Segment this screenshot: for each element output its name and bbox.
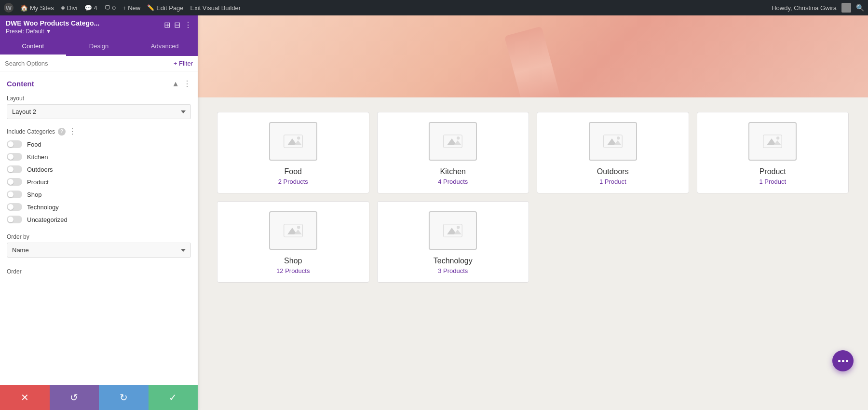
uncategorized-label: Uncategorized [27, 216, 68, 223]
hero-image [504, 26, 562, 97]
category-card-kitchen[interactable]: Kitchen 4 Products [377, 112, 529, 193]
fab-dot-1 [838, 360, 841, 362]
edit-page-button[interactable]: ✏️ Edit Page [147, 4, 183, 12]
redo-icon: ↻ [120, 392, 128, 403]
category-item-technology[interactable]: Technology [0, 201, 198, 213]
category-item-kitchen[interactable]: Kitchen [0, 150, 198, 163]
save-button[interactable]: ✓ [149, 385, 198, 410]
svg-point-7 [457, 137, 460, 139]
content-section-header: Content ▲ ⋮ [0, 71, 198, 92]
category-card-shop[interactable]: Shop 12 Products [217, 201, 369, 283]
tab-content[interactable]: Content [0, 38, 66, 56]
panel-search-row: + Filter [0, 56, 198, 71]
order-label: Order [7, 268, 191, 275]
redo-button[interactable]: ↻ [99, 385, 149, 410]
panel-preset[interactable]: Preset: Default ▼ [6, 28, 99, 35]
filter-button[interactable]: + Filter [174, 60, 193, 67]
section-header-icons: ▲ ⋮ [172, 79, 191, 88]
category-item-shop[interactable]: Shop [0, 188, 198, 201]
fab-dot-2 [842, 360, 844, 362]
panel-content: Content ▲ ⋮ Layout Layout 2 Layout 1 Lay… [0, 71, 198, 410]
outdoors-image-placeholder [589, 122, 637, 161]
help-icon[interactable]: ? [58, 128, 66, 136]
undo-icon: ↺ [70, 392, 78, 403]
categories-more-icon[interactable]: ⋮ [68, 127, 76, 136]
svg-point-23 [457, 226, 460, 229]
comments-count-item[interactable]: 🗨 0 [104, 4, 116, 12]
placeholder-svg [284, 135, 303, 148]
placeholder-svg [443, 224, 462, 237]
placeholder-svg [763, 135, 782, 148]
shop-cat-name: Shop [284, 257, 302, 265]
layout-select[interactable]: Layout 2 Layout 1 Layout 3 [7, 104, 191, 119]
section-more-icon[interactable]: ⋮ [183, 79, 191, 88]
product-label: Product [27, 178, 49, 186]
order-by-select[interactable]: Name ID Slug Count [7, 243, 191, 258]
include-categories-label: Include Categories [7, 128, 55, 135]
category-card-food[interactable]: Food 2 Products [217, 112, 369, 193]
shop-label: Shop [27, 191, 41, 198]
search-icon[interactable]: 🔍 [856, 4, 864, 12]
tab-advanced[interactable]: Advanced [132, 38, 198, 56]
new-button[interactable]: + New [122, 4, 140, 12]
categories-grid-row1: Food 2 Products Kitchen 4 Products [217, 112, 849, 193]
uncategorized-toggle[interactable] [7, 216, 22, 223]
undo-button[interactable]: ↺ [50, 385, 99, 410]
cancel-button[interactable]: ✕ [0, 385, 50, 410]
floating-action-button[interactable] [832, 350, 854, 371]
divi-menu[interactable]: ◈ Divi [61, 4, 78, 12]
my-sites-label: My Sites [30, 4, 54, 12]
svg-point-11 [617, 137, 620, 139]
wordpress-icon[interactable]: W [4, 3, 14, 13]
food-image-placeholder [269, 122, 317, 161]
save-icon: ✓ [169, 392, 177, 403]
food-toggle[interactable] [7, 140, 22, 148]
layout-field: Layout Layout 2 Layout 1 Layout 3 [0, 92, 198, 122]
collapse-icon[interactable]: ▲ [172, 80, 179, 88]
order-by-field: Order by Name ID Slug Count [0, 231, 198, 260]
comments-menu[interactable]: 💬 4 [84, 4, 97, 12]
kitchen-cat-count: 4 Products [438, 178, 468, 185]
panel-header-icons: ⊞ ⊟ ⋮ [164, 20, 192, 29]
comments-zero: 0 [112, 4, 116, 12]
expand-icon[interactable]: ⊞ [164, 20, 170, 29]
category-item-food[interactable]: Food [0, 138, 198, 150]
search-options-input[interactable] [5, 60, 171, 67]
panel-header: DWE Woo Products Catego... Preset: Defau… [0, 15, 198, 38]
panel-title-row: DWE Woo Products Catego... Preset: Defau… [6, 19, 99, 35]
left-panel: DWE Woo Products Catego... Preset: Defau… [0, 15, 198, 410]
category-item-product[interactable]: Product [0, 176, 198, 188]
my-sites-menu[interactable]: 🏠 My Sites [20, 4, 54, 12]
include-categories-row: Include Categories ? ⋮ [0, 122, 198, 138]
svg-point-3 [297, 137, 300, 139]
howdy-label: Howdy, Christina Gwira [772, 4, 837, 12]
categories-section: Food 2 Products Kitchen 4 Products [198, 97, 868, 302]
category-item-outdoors[interactable]: Outdoors [0, 163, 198, 176]
technology-label: Technology [27, 204, 59, 211]
kitchen-toggle[interactable] [7, 153, 22, 161]
product-cat-count: 1 Product [759, 178, 786, 185]
outdoors-cat-name: Outdoors [597, 167, 629, 176]
panel-tabs: Content Design Advanced [0, 38, 198, 56]
category-card-technology[interactable]: Technology 3 Products [377, 201, 529, 283]
category-card-product[interactable]: Product 1 Product [697, 112, 849, 193]
category-card-outdoors[interactable]: Outdoors 1 Product [537, 112, 689, 193]
exit-builder-button[interactable]: Exit Visual Builder [190, 4, 241, 12]
more-options-icon[interactable]: ⋮ [184, 20, 192, 29]
product-toggle[interactable] [7, 178, 22, 186]
user-avatar[interactable] [841, 3, 851, 13]
technology-toggle[interactable] [7, 203, 22, 211]
outdoors-cat-count: 1 Product [599, 178, 626, 185]
category-item-uncategorized[interactable]: Uncategorized [0, 213, 198, 226]
food-cat-count: 2 Products [278, 178, 308, 185]
cancel-icon: ✕ [21, 392, 29, 403]
new-label: + New [122, 4, 140, 12]
product-image-placeholder [748, 122, 797, 161]
tab-design[interactable]: Design [66, 38, 132, 56]
filter-label: + Filter [174, 60, 193, 67]
outdoors-toggle[interactable] [7, 165, 22, 173]
comments-count: 4 [94, 4, 97, 12]
shop-toggle[interactable] [7, 191, 22, 198]
columns-icon[interactable]: ⊟ [174, 20, 180, 29]
svg-point-19 [297, 226, 300, 229]
